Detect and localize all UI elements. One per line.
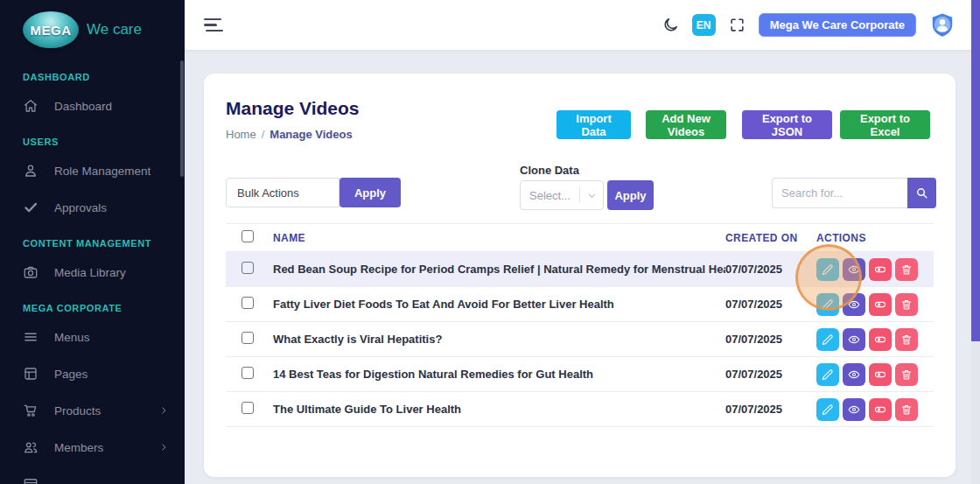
toggle-status-button[interactable] bbox=[869, 398, 892, 421]
edit-button[interactable] bbox=[816, 328, 839, 351]
sidebar-item-approvals[interactable]: Approvals bbox=[0, 189, 185, 226]
language-badge[interactable]: EN bbox=[692, 14, 716, 36]
page-scrollbar-thumb[interactable] bbox=[971, 0, 980, 341]
sidebar-toggle-icon[interactable] bbox=[204, 18, 223, 32]
cart-icon bbox=[23, 403, 38, 418]
created-on-date: 07/07/2025 bbox=[725, 403, 816, 416]
table-row: Red Bean Soup Recipe for Period Cramps R… bbox=[226, 252, 934, 287]
user-avatar-icon[interactable] bbox=[929, 12, 956, 39]
sidebar-item-menus[interactable]: Menus bbox=[0, 319, 185, 355]
account-button[interactable]: Mega We Care Corporate bbox=[759, 13, 916, 37]
delete-button[interactable] bbox=[895, 398, 918, 421]
pages-icon bbox=[23, 366, 38, 382]
sidebar-item-pages[interactable]: Pages bbox=[0, 355, 185, 392]
video-name: The Ultimate Guide To Liver Health bbox=[273, 403, 725, 416]
created-on-date: 07/07/2025 bbox=[725, 333, 816, 346]
mega-logo-icon: MEGA bbox=[23, 11, 79, 48]
sidebar-item-dashboard[interactable]: Dashboard bbox=[0, 88, 185, 124]
view-button[interactable] bbox=[843, 363, 865, 386]
delete-button[interactable] bbox=[895, 328, 918, 351]
sidebar-nav: DASHBOARDDashboardUSERSRole ManagementAp… bbox=[0, 60, 185, 466]
clone-apply-button[interactable]: Apply bbox=[607, 180, 654, 210]
export-json-button[interactable]: Export to JSON bbox=[742, 110, 832, 139]
logo-tagline: We care bbox=[87, 21, 142, 39]
view-button[interactable] bbox=[843, 328, 865, 351]
row-checkbox[interactable] bbox=[242, 262, 254, 274]
page-scrollbar[interactable] bbox=[971, 0, 980, 484]
video-name: Red Bean Soup Recipe for Period Cramps R… bbox=[273, 263, 725, 276]
video-name: 14 Best Teas for Digestion Natural Remed… bbox=[273, 368, 725, 381]
manage-videos-card: Manage Videos Home/Manage Videos Import … bbox=[204, 74, 956, 477]
view-button[interactable] bbox=[843, 398, 865, 421]
created-on-date: 07/07/2025 bbox=[725, 263, 816, 276]
row-checkbox[interactable] bbox=[242, 402, 254, 414]
user-icon bbox=[23, 163, 38, 179]
chevron-right-icon bbox=[158, 405, 169, 416]
fullscreen-icon[interactable] bbox=[729, 17, 746, 33]
toggle-status-button[interactable] bbox=[869, 258, 892, 281]
sidebar-item-members[interactable]: Members bbox=[0, 429, 185, 466]
column-header-actions: ACTIONS bbox=[816, 232, 934, 244]
table-header-row: NAME CREATED ON ACTIONS bbox=[226, 223, 934, 252]
bulk-apply-button[interactable]: Apply bbox=[340, 178, 401, 207]
nav-section-title: USERS bbox=[0, 124, 185, 152]
created-on-date: 07/07/2025 bbox=[725, 298, 816, 311]
top-header: EN Mega We Care Corporate bbox=[185, 0, 971, 50]
chevron-right-icon bbox=[158, 442, 169, 452]
toggle-status-button[interactable] bbox=[869, 363, 892, 386]
breadcrumb-home-link[interactable]: Home bbox=[226, 128, 256, 141]
select-all-checkbox[interactable] bbox=[242, 230, 254, 242]
delete-button[interactable] bbox=[895, 363, 918, 386]
edit-button[interactable] bbox=[816, 363, 839, 386]
clone-data-select[interactable]: Select... bbox=[520, 180, 604, 210]
sidebar-item-products[interactable]: Products bbox=[0, 392, 185, 429]
page-title: Manage Videos bbox=[226, 98, 360, 119]
camera-icon bbox=[23, 264, 38, 280]
row-checkbox[interactable] bbox=[242, 332, 254, 344]
search-icon bbox=[915, 186, 928, 200]
check-icon bbox=[23, 200, 38, 215]
delete-button[interactable] bbox=[895, 293, 918, 316]
edit-button[interactable] bbox=[816, 293, 839, 316]
edit-button[interactable] bbox=[816, 258, 839, 281]
view-button[interactable] bbox=[843, 293, 865, 316]
table-row: 14 Best Teas for Digestion Natural Remed… bbox=[226, 357, 934, 392]
sidebar-item-role-management[interactable]: Role Management bbox=[0, 152, 185, 189]
delete-button[interactable] bbox=[895, 258, 918, 281]
video-name: Fatty Liver Diet Foods To Eat And Avoid … bbox=[273, 298, 725, 311]
view-button[interactable] bbox=[843, 258, 865, 281]
row-checkbox[interactable] bbox=[242, 297, 254, 309]
row-checkbox[interactable] bbox=[242, 367, 254, 379]
search-button[interactable] bbox=[907, 178, 936, 208]
table-row: Fatty Liver Diet Foods To Eat And Avoid … bbox=[226, 287, 934, 322]
dark-mode-moon-icon[interactable] bbox=[662, 17, 679, 33]
nav-section-title: CONTENT MANAGEMENT bbox=[0, 226, 185, 254]
sidebar-item-media-library[interactable]: Media Library bbox=[0, 254, 185, 291]
nav-section-title: MEGA CORPORATE bbox=[0, 291, 185, 319]
breadcrumb: Home/Manage Videos bbox=[226, 128, 353, 141]
sidebar: MEGA We care DASHBOARDDashboardUSERSRole… bbox=[0, 0, 185, 484]
menu-icon bbox=[23, 329, 38, 345]
toggle-status-button[interactable] bbox=[869, 293, 892, 316]
table-row: The Ultimate Guide To Liver Health 07/07… bbox=[226, 392, 934, 427]
members-icon bbox=[23, 439, 38, 455]
chevron-down-icon bbox=[580, 191, 603, 200]
home-icon bbox=[23, 98, 38, 114]
bulk-actions-select[interactable]: Bulk Actions bbox=[226, 178, 340, 207]
videos-table: NAME CREATED ON ACTIONS Red Bean Soup Re… bbox=[226, 223, 934, 427]
toggle-status-button[interactable] bbox=[869, 328, 892, 351]
column-header-name: NAME bbox=[273, 232, 725, 244]
edit-button[interactable] bbox=[816, 398, 839, 421]
brand-logo[interactable]: MEGA We care bbox=[0, 0, 185, 60]
sidebar-scrollbar[interactable] bbox=[180, 60, 184, 177]
search-input[interactable] bbox=[772, 178, 907, 208]
nav-section-title: DASHBOARD bbox=[0, 61, 185, 88]
table-row: What Exactly is Viral Hepatitis? 07/07/2… bbox=[226, 322, 934, 357]
clone-data-label: Clone Data bbox=[520, 164, 579, 177]
column-header-created: CREATED ON bbox=[725, 232, 816, 244]
add-new-videos-button[interactable]: Add New Videos bbox=[646, 110, 726, 139]
export-excel-button[interactable]: Export to Excel bbox=[840, 110, 930, 139]
breadcrumb-current: Manage Videos bbox=[270, 128, 352, 141]
clipped-menu-icon bbox=[23, 476, 38, 484]
import-data-button[interactable]: Import Data bbox=[556, 110, 631, 139]
